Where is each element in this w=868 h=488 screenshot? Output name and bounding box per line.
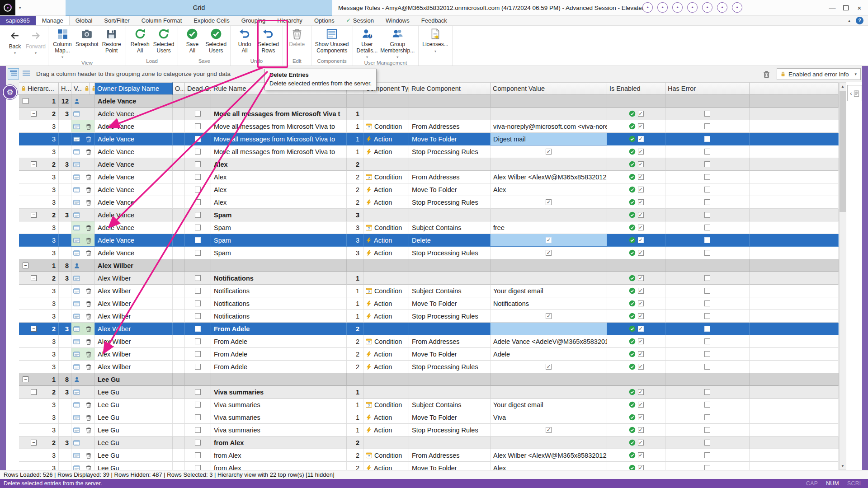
settings-gear-icon[interactable]: ⚙ [3,85,17,99]
enabled-checkbox[interactable] [638,199,644,205]
grid-row[interactable]: 3Adele VanceAlex2ActionMove To FolderAle… [19,183,839,196]
grid-row[interactable]: 3Alex WilberNotifications1?ConditionSubj… [19,285,839,297]
error-checkbox[interactable] [704,275,710,281]
enabled-checkbox[interactable] [638,427,644,433]
grid-row[interactable]: −18Alex Wilber [19,259,839,272]
column-header-o[interactable]: O... [173,82,185,95]
enabled-checkbox[interactable] [638,414,644,420]
column-header-a[interactable]: a [82,82,90,95]
row-trash-icon[interactable] [85,250,92,256]
enabled-checkbox[interactable] [638,225,644,230]
grid-row[interactable]: −23Alex WilberNotifications1 [19,272,839,285]
enabled-checkbox[interactable] [638,212,644,218]
row-checkbox[interactable] [195,136,201,142]
user-details-button[interactable]: iUserDetails...▾ [355,26,379,59]
refresh-all-button[interactable]: RefreshAll [128,26,152,54]
row-checkbox[interactable] [195,161,201,167]
row-trash-icon[interactable] [85,187,92,193]
ribbon-tab-feedback[interactable]: Feedback [415,15,453,25]
row-trash-icon[interactable] [85,123,92,130]
row-checkbox[interactable] [195,402,201,408]
value-checkbox[interactable] [546,313,552,319]
grid-row[interactable]: 3Alex WilberFrom Adele2ActionStop Proces… [19,361,839,373]
enabled-checkbox[interactable] [638,364,644,370]
ribbon-collapse-icon[interactable]: ▴ [848,18,850,23]
error-checkbox[interactable] [704,427,710,433]
row-trash-icon[interactable] [85,427,92,433]
collapse-toggle[interactable]: − [23,98,28,104]
column-header-rule-component[interactable]: Rule Component [409,82,491,95]
error-checkbox[interactable] [704,364,710,370]
enabled-checkbox[interactable] [638,111,644,117]
error-checkbox[interactable] [704,212,710,218]
enabled-checkbox[interactable] [638,136,644,142]
save-selected-users-button[interactable]: SelectedUsers [204,26,228,54]
value-checkbox[interactable] [546,250,552,256]
scrollbar-thumb[interactable] [840,91,846,212]
grid-row[interactable]: 3Adele VanceSpam3ActionDelete [19,234,839,247]
row-checkbox[interactable] [195,174,201,180]
row-checkbox[interactable] [195,212,201,218]
grid-row[interactable]: 3Adele VanceMove all messages from Micro… [19,120,839,133]
enabled-checkbox[interactable] [638,275,644,281]
enabled-checkbox[interactable] [638,161,644,167]
error-checkbox[interactable] [704,338,710,344]
scroll-up-icon[interactable]: ▲ [840,83,846,90]
row-checkbox[interactable] [195,351,201,357]
scroll-down-icon[interactable]: ▼ [840,462,846,469]
error-checkbox[interactable] [704,326,710,332]
collapse-toggle[interactable]: − [31,111,37,117]
minimize-button[interactable]: — [826,1,839,14]
row-trash-icon[interactable] [85,300,92,307]
column-header-component-value[interactable]: Component Value [491,82,607,95]
grid-row[interactable]: 3Adele VanceAlex2ActionStop Processing R… [19,196,839,209]
row-checkbox[interactable] [195,111,201,117]
grid-row[interactable]: 3Adele VanceSpam3?ConditionSubject Conta… [19,221,839,234]
row-checkbox[interactable] [195,364,201,370]
grid-row[interactable]: −18Lee Gu [19,373,839,386]
row-checkbox[interactable] [195,389,201,395]
column-header-has-error[interactable]: Has Error [665,82,750,95]
grid-row[interactable]: 3Adele VanceMove all messages from Micro… [19,145,839,158]
row-trash-icon[interactable] [85,452,92,459]
enabled-checkbox[interactable] [638,237,644,243]
save-all-button[interactable]: SaveAll [180,26,204,54]
error-checkbox[interactable] [704,351,710,357]
grid-row[interactable]: 3Alex WilberNotifications1ActionStop Pro… [19,310,839,323]
ribbon-tab-global[interactable]: Global [70,15,99,25]
ribbon-tab-hierarchy[interactable]: Hierarchy [271,15,308,25]
grid-row[interactable]: −23Adele VanceSpam3 [19,209,839,221]
ribbon-tab-session[interactable]: ✓Session [340,15,380,25]
ribbon-tab-manage[interactable]: Manage [36,15,70,25]
forward-button[interactable]: Forward ▾ [25,27,46,66]
row-trash-icon[interactable] [85,326,92,332]
error-checkbox[interactable] [704,161,710,167]
error-checkbox[interactable] [704,288,710,294]
column-header-blank[interactable]: : [90,82,95,95]
row-trash-icon[interactable] [85,174,92,180]
collapse-toggle[interactable]: − [31,326,37,332]
row-trash-icon[interactable] [85,313,92,319]
ribbon-tab-grouping[interactable]: Grouping [236,15,271,25]
clear-view-trash-icon[interactable] [763,70,770,78]
enabled-checkbox[interactable] [638,351,644,357]
snapshot-button[interactable]: Snapshot [74,26,100,48]
error-checkbox[interactable] [704,174,710,180]
enabled-checkbox[interactable] [638,313,644,319]
grid-row[interactable]: −23Alex WilberFrom Adele2 [19,323,839,335]
row-checkbox[interactable] [195,275,201,281]
help-icon[interactable]: ? [856,17,863,24]
error-checkbox[interactable] [704,111,710,117]
row-checkbox[interactable] [195,414,201,420]
ribbon-tab-column-format[interactable]: Column Format [136,15,188,25]
enabled-checkbox[interactable] [638,452,644,458]
error-checkbox[interactable] [704,313,710,319]
ribbon-tab-windows[interactable]: Windows [380,15,415,25]
load-selected-users-button[interactable]: SelectedUsers [152,26,176,54]
row-checkbox[interactable] [195,187,201,192]
enabled-checkbox[interactable] [638,389,644,395]
row-checkbox[interactable] [195,199,201,205]
collapse-toggle[interactable]: − [31,212,37,218]
row-checkbox[interactable] [195,123,201,129]
column-header-h[interactable]: H... [59,82,71,95]
